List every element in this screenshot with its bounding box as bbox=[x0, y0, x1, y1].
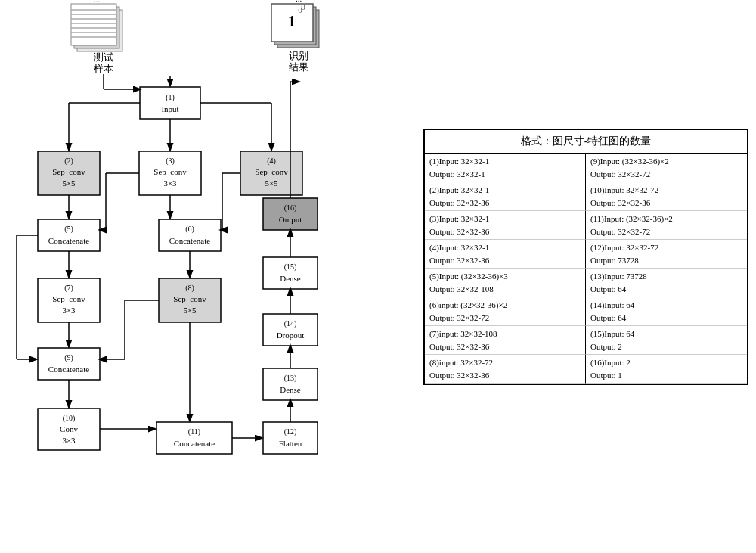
svg-rect-25 bbox=[38, 151, 100, 195]
table-cell-left-2: (3)Input: 32×32-1Output: 32×32-36 bbox=[425, 211, 586, 240]
svg-text:(8): (8) bbox=[185, 284, 194, 293]
svg-text:Concatenate: Concatenate bbox=[174, 439, 215, 448]
svg-text:0: 0 bbox=[301, 2, 305, 11]
svg-text:Conv: Conv bbox=[60, 424, 78, 433]
svg-rect-40 bbox=[159, 219, 221, 251]
svg-rect-61 bbox=[263, 422, 318, 454]
table-cell-right-7: (16)Input: 2Output: 1 bbox=[586, 355, 747, 384]
svg-text:3×3: 3×3 bbox=[62, 306, 76, 315]
svg-rect-64 bbox=[263, 368, 318, 400]
svg-text:(14): (14) bbox=[284, 319, 297, 328]
svg-text:(16): (16) bbox=[284, 203, 297, 213]
svg-text:0: 0 bbox=[298, 5, 302, 14]
svg-rect-22 bbox=[140, 87, 200, 119]
table-cell-left-0: (1)Input: 32×32-1Output: 32×32-1 bbox=[425, 154, 586, 182]
table-cell-right-0: (9)Input: (32×32-36)×2Output: 32×32-72 bbox=[586, 154, 747, 182]
svg-rect-43 bbox=[38, 278, 100, 322]
svg-text:(7): (7) bbox=[64, 284, 73, 293]
svg-text:(4): (4) bbox=[267, 157, 276, 166]
svg-text:Input: Input bbox=[161, 104, 178, 113]
svg-text:(5): (5) bbox=[64, 225, 73, 234]
table-cell-right-3: (12)Input: 32×32-72Output: 73728 bbox=[586, 240, 747, 269]
svg-rect-13 bbox=[277, 10, 319, 48]
table-title: 格式：图尺寸-特征图的数量 bbox=[425, 130, 747, 154]
info-table: 格式：图尺寸-特征图的数量 (1)Input: 32×32-1Output: 3… bbox=[423, 129, 748, 385]
svg-text:(6): (6) bbox=[185, 225, 194, 234]
svg-text:(2): (2) bbox=[64, 157, 73, 166]
svg-text:3×3: 3×3 bbox=[163, 179, 177, 188]
svg-rect-29 bbox=[139, 151, 201, 195]
svg-rect-15 bbox=[271, 4, 313, 42]
svg-text:Concatenate: Concatenate bbox=[169, 236, 210, 245]
table-cell-right-1: (10)Input: 32×32-72Output: 32×32-36 bbox=[586, 182, 747, 211]
svg-text:测试: 测试 bbox=[94, 51, 113, 63]
svg-text:5×5: 5×5 bbox=[183, 306, 197, 315]
svg-text:(15): (15) bbox=[284, 263, 297, 272]
svg-text:...: ... bbox=[296, 0, 302, 3]
svg-text:(9): (9) bbox=[64, 353, 73, 362]
table-cell-left-7: (8)input: 32×32-72Output: 32×32-36 bbox=[425, 355, 586, 384]
svg-text:识别: 识别 bbox=[289, 50, 308, 61]
table-cell-left-4: (5)Input: (32×32-36)×3Output: 32×32-108 bbox=[425, 269, 586, 297]
svg-text:Output: Output bbox=[279, 215, 302, 224]
svg-text:Sep_conv: Sep_conv bbox=[153, 167, 187, 176]
svg-text:(1): (1) bbox=[166, 93, 175, 102]
svg-text:结果: 结果 bbox=[289, 61, 308, 73]
svg-text:Sep_conv: Sep_conv bbox=[52, 294, 85, 303]
svg-rect-58 bbox=[156, 422, 232, 454]
svg-rect-0 bbox=[77, 10, 122, 51]
svg-text:Dense: Dense bbox=[280, 274, 301, 283]
svg-rect-14 bbox=[274, 7, 316, 45]
svg-rect-1 bbox=[74, 7, 119, 48]
svg-text:样本: 样本 bbox=[94, 63, 113, 74]
svg-rect-73 bbox=[263, 198, 318, 230]
svg-text:Concatenate: Concatenate bbox=[48, 236, 89, 245]
svg-rect-51 bbox=[38, 348, 100, 380]
svg-text:Flatten: Flatten bbox=[279, 439, 302, 448]
svg-rect-67 bbox=[263, 314, 318, 346]
svg-rect-70 bbox=[263, 257, 318, 289]
svg-text:Sep_conv: Sep_conv bbox=[255, 167, 288, 176]
svg-text:(3): (3) bbox=[166, 157, 175, 166]
svg-text:(13): (13) bbox=[284, 374, 297, 383]
svg-text:1: 1 bbox=[288, 13, 296, 30]
svg-rect-33 bbox=[240, 151, 302, 195]
svg-text:Dense: Dense bbox=[280, 385, 301, 394]
table-cell-left-5: (6)input: (32×32-36)×2Output: 32×32-72 bbox=[425, 297, 586, 326]
svg-text:5×5: 5×5 bbox=[62, 179, 76, 188]
svg-rect-2 bbox=[71, 4, 116, 45]
svg-rect-54 bbox=[38, 409, 100, 450]
table-cell-left-6: (7)input: 32×32-108Output: 32×32-36 bbox=[425, 326, 586, 355]
table-cell-right-2: (11)Input: (32×32-36)×2Output: 32×32-72 bbox=[586, 211, 747, 240]
svg-text:(10): (10) bbox=[63, 414, 76, 423]
svg-text:Sep_conv: Sep_conv bbox=[52, 167, 85, 176]
table-content: (1)Input: 32×32-1Output: 32×32-1(9)Input… bbox=[425, 154, 747, 384]
diagram-svg: ... 测试 样本 1 0 0 识别 结果 ... (1) Input (2) … bbox=[0, 0, 408, 553]
svg-text:...: ... bbox=[94, 0, 101, 4]
table-cell-left-3: (4)Input: 32×32-1Output: 32×32-36 bbox=[425, 240, 586, 269]
table-cell-right-5: (14)Input: 64Output: 64 bbox=[586, 297, 747, 326]
svg-text:Sep_conv: Sep_conv bbox=[173, 294, 206, 303]
svg-text:(12): (12) bbox=[284, 427, 297, 436]
svg-text:Dropout: Dropout bbox=[277, 331, 305, 340]
table-cell-right-6: (15)Input: 64Output: 2 bbox=[586, 326, 747, 355]
svg-text:5×5: 5×5 bbox=[265, 179, 278, 188]
svg-text:Concatenate: Concatenate bbox=[48, 365, 89, 374]
main-container: ... 测试 样本 1 0 0 识别 结果 ... (1) Input (2) … bbox=[0, 0, 756, 553]
svg-rect-47 bbox=[159, 278, 221, 322]
table-cell-right-4: (13)Input: 73728Output: 64 bbox=[586, 269, 747, 297]
svg-rect-37 bbox=[38, 219, 100, 251]
svg-text:3×3: 3×3 bbox=[62, 436, 76, 445]
table-cell-left-1: (2)Input: 32×32-1Output: 32×32-36 bbox=[425, 182, 586, 211]
svg-text:(11): (11) bbox=[188, 427, 200, 436]
